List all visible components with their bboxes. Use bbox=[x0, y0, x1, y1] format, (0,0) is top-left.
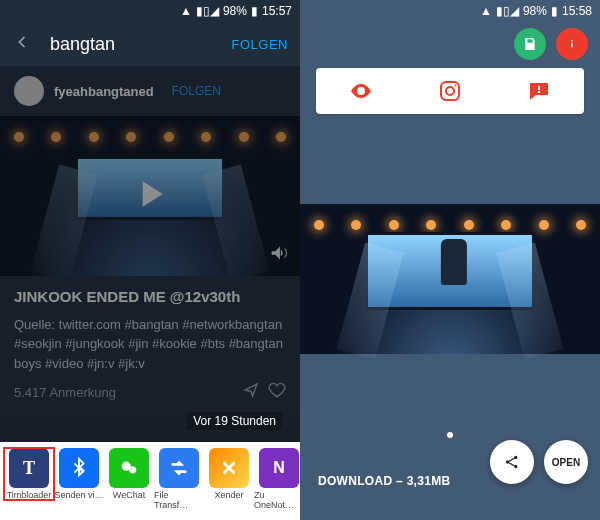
share-label: File Transf… bbox=[154, 490, 204, 510]
wechat-icon bbox=[109, 448, 149, 488]
status-bar: ▲ ▮▯◢ 98% ▮ 15:57 bbox=[0, 0, 300, 22]
svg-point-5 bbox=[359, 89, 363, 93]
report-tab[interactable] bbox=[495, 79, 584, 103]
file-transfer-icon bbox=[159, 448, 199, 488]
download-label: DOWNLOAD – 3,31MB bbox=[318, 474, 450, 488]
phone-right: ▲ ▮▯◢ 98% ▮ 15:58 bbox=[300, 0, 600, 520]
signal-icon: ▮▯◢ bbox=[196, 4, 219, 18]
heart-icon[interactable] bbox=[268, 381, 286, 405]
action-bar bbox=[316, 68, 584, 114]
onenote-icon: N bbox=[259, 448, 299, 488]
status-bar: ▲ ▮▯◢ 98% ▮ 15:58 bbox=[300, 0, 600, 22]
share-label: Senden vi… bbox=[54, 490, 103, 500]
post-meta: 5.417 Anmerkung bbox=[14, 381, 286, 405]
eye-icon bbox=[349, 79, 373, 103]
note-count[interactable]: 5.417 Anmerkung bbox=[14, 383, 116, 403]
post-title: JINKOOK ENDED ME @12v30th bbox=[14, 286, 286, 309]
battery-percent: 98% bbox=[523, 4, 547, 18]
clock: 15:57 bbox=[262, 4, 292, 18]
share-icon bbox=[503, 453, 521, 471]
svg-point-11 bbox=[506, 460, 509, 463]
back-icon[interactable] bbox=[12, 32, 32, 56]
signal-icon: ▮▯◢ bbox=[496, 4, 519, 18]
post-source: Quelle: twitter.com #bangtan #networkban… bbox=[14, 315, 286, 374]
svg-rect-10 bbox=[538, 91, 540, 93]
instagram-icon bbox=[438, 79, 462, 103]
video-thumbnail[interactable] bbox=[0, 116, 300, 276]
xender-icon bbox=[209, 448, 249, 488]
share-fab[interactable] bbox=[490, 440, 534, 484]
share-label: Zu OneNot… bbox=[254, 490, 300, 510]
media-preview[interactable] bbox=[300, 204, 600, 354]
save-button[interactable] bbox=[514, 28, 546, 60]
sound-icon[interactable] bbox=[268, 242, 290, 268]
app-bar: bangtan FOLGEN bbox=[0, 22, 300, 66]
post-follow-button[interactable]: FOLGEN bbox=[172, 84, 221, 98]
phone-left: ▲ ▮▯◢ 98% ▮ 15:57 bangtan FOLGEN fyeahba… bbox=[0, 0, 300, 520]
post-timestamp: Vor 19 Stunden bbox=[187, 412, 282, 430]
feed: fyeahbangtaned FOLGEN JINKOOK ENDED ME @… bbox=[0, 66, 300, 520]
page-indicator bbox=[447, 432, 453, 438]
info-icon bbox=[564, 36, 580, 52]
play-icon[interactable] bbox=[128, 172, 172, 220]
post-header: fyeahbangtaned FOLGEN bbox=[0, 66, 300, 116]
svg-rect-4 bbox=[571, 40, 572, 41]
svg-point-7 bbox=[446, 87, 454, 95]
follow-button[interactable]: FOLGEN bbox=[232, 37, 288, 52]
post-username[interactable]: fyeahbangtaned bbox=[54, 84, 154, 99]
open-fab[interactable]: OPEN bbox=[544, 440, 588, 484]
top-actions bbox=[300, 22, 600, 68]
svg-rect-6 bbox=[441, 82, 459, 100]
svg-point-12 bbox=[514, 456, 517, 459]
fab-row: OPEN bbox=[490, 440, 588, 484]
instagram-tab[interactable] bbox=[405, 79, 494, 103]
svg-point-8 bbox=[454, 85, 456, 87]
share-item-bluetooth[interactable]: Senden vi… bbox=[54, 448, 104, 500]
info-button[interactable] bbox=[556, 28, 588, 60]
wifi-icon: ▲ bbox=[180, 4, 192, 18]
share-label: Timbloader bbox=[7, 490, 52, 500]
svg-point-1 bbox=[129, 466, 136, 473]
svg-rect-3 bbox=[571, 43, 572, 48]
alert-icon bbox=[527, 79, 551, 103]
clock: 15:58 bbox=[562, 4, 592, 18]
share-sheet[interactable]: T Timbloader Senden vi… WeChat File Tran… bbox=[0, 442, 300, 520]
share-item-timbloader[interactable]: T Timbloader bbox=[4, 448, 54, 500]
open-label: OPEN bbox=[552, 457, 580, 468]
battery-icon: ▮ bbox=[551, 4, 558, 18]
wifi-icon: ▲ bbox=[480, 4, 492, 18]
svg-point-13 bbox=[514, 465, 517, 468]
view-tab[interactable] bbox=[316, 79, 405, 103]
share-item-xender[interactable]: Xender bbox=[204, 448, 254, 500]
battery-icon: ▮ bbox=[251, 4, 258, 18]
save-icon bbox=[522, 36, 538, 52]
page-title: bangtan bbox=[50, 34, 232, 55]
avatar[interactable] bbox=[14, 76, 44, 106]
share-label: Xender bbox=[214, 490, 243, 500]
post-body: JINKOOK ENDED ME @12v30th Quelle: twitte… bbox=[0, 276, 300, 413]
battery-percent: 98% bbox=[223, 4, 247, 18]
share-item-filetransfer[interactable]: File Transf… bbox=[154, 448, 204, 510]
share-item-wechat[interactable]: WeChat bbox=[104, 448, 154, 500]
share-label: WeChat bbox=[113, 490, 145, 500]
svg-rect-9 bbox=[538, 86, 540, 90]
timbloader-icon: T bbox=[9, 448, 49, 488]
bluetooth-icon bbox=[59, 448, 99, 488]
share-icon[interactable] bbox=[242, 381, 260, 405]
share-item-onenote[interactable]: N Zu OneNot… bbox=[254, 448, 300, 510]
